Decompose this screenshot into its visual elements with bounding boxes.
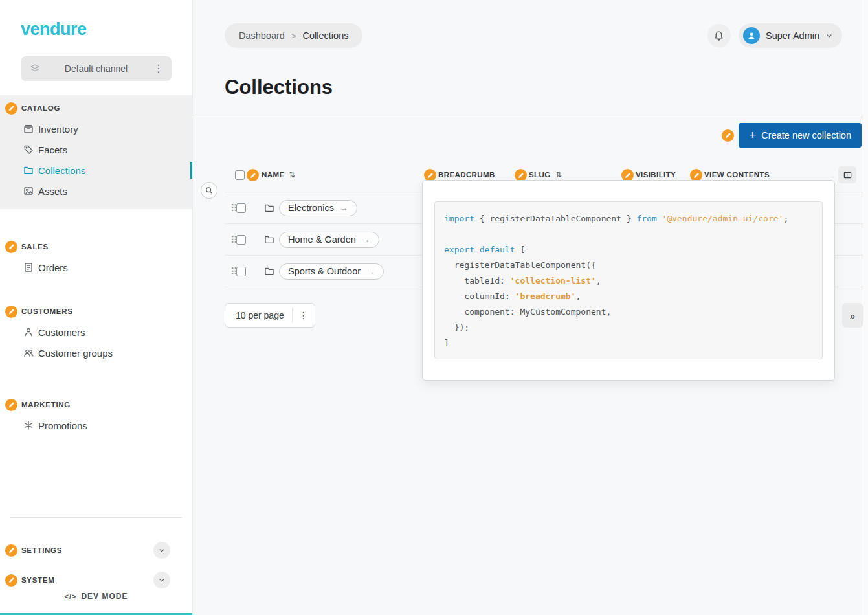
- sidebar-item-customer-groups[interactable]: Customer groups: [0, 342, 192, 363]
- nav-section-label: CATALOG: [21, 104, 60, 112]
- user-name: Super Admin: [766, 30, 819, 41]
- nav-section-label: SALES: [21, 243, 49, 251]
- sidebar-item-facets[interactable]: Facets: [0, 139, 192, 160]
- drag-handle[interactable]: ⠿: [230, 203, 236, 213]
- code-icon: </>: [65, 592, 77, 600]
- collection-link[interactable]: Home & Garden →: [279, 232, 379, 248]
- code-snippet: import { registerDataTableComponent } fr…: [434, 201, 823, 359]
- sidebar-item-label: Inventory: [38, 124, 78, 135]
- per-page-kebab-icon[interactable]: ⋮: [292, 308, 315, 322]
- topbar-right: Super Admin: [707, 23, 842, 48]
- dev-mode-popover: import { registerDataTableComponent } fr…: [422, 180, 835, 381]
- sidebar-item-collections[interactable]: Collections: [0, 160, 192, 181]
- sidebar-item-label: Promotions: [38, 420, 87, 431]
- dev-mode-marker-icon[interactable]: [5, 399, 17, 411]
- expand-settings-button[interactable]: [153, 542, 170, 559]
- nav-section-customers: CUSTOMERS Customers Customer groups: [0, 301, 192, 363]
- nav-section-header-customers: CUSTOMERS: [0, 301, 192, 322]
- sidebar-divider: [10, 517, 182, 518]
- row-checkbox[interactable]: [236, 267, 246, 276]
- per-page-select[interactable]: 10 per page ⋮: [225, 303, 315, 328]
- sidebar-item-promotions[interactable]: Promotions: [0, 415, 192, 436]
- arrow-right-icon: →: [366, 266, 375, 276]
- assets-icon: [23, 186, 34, 196]
- sidebar-item-assets[interactable]: Assets: [0, 181, 192, 201]
- folder-icon: [264, 203, 274, 213]
- expand-system-button[interactable]: [153, 572, 170, 588]
- sidebar-item-label: Orders: [38, 262, 68, 273]
- row-checkbox[interactable]: [236, 203, 246, 213]
- collection-name: Sports & Outdoor: [288, 266, 361, 276]
- sort-icon[interactable]: ⇅: [289, 170, 295, 179]
- channel-kebab-icon[interactable]: ⋮: [152, 63, 165, 74]
- collection-link[interactable]: Electronics →: [279, 200, 357, 216]
- row-checkbox[interactable]: [236, 235, 246, 245]
- scrollbar[interactable]: [863, 0, 868, 615]
- header-divider: [193, 117, 868, 117]
- dev-mode-marker-icon[interactable]: [5, 102, 17, 115]
- nav-section-label: MARKETING: [21, 401, 71, 408]
- sidebar-item-customers[interactable]: Customers: [0, 322, 192, 342]
- customer-groups-icon: [23, 348, 34, 358]
- breadcrumb-current: Collections: [303, 30, 349, 41]
- sort-icon[interactable]: ⇅: [555, 170, 562, 179]
- breadcrumb-dashboard-link[interactable]: Dashboard: [239, 30, 285, 41]
- breadcrumb-separator: >: [291, 31, 296, 41]
- channel-label: Default channel: [40, 63, 152, 74]
- layers-icon: [30, 63, 40, 74]
- collection-link[interactable]: Sports & Outdoor →: [279, 263, 384, 280]
- collection-name: Home & Garden: [288, 234, 356, 245]
- dev-mode-marker-icon[interactable]: [247, 169, 259, 181]
- dev-mode-marker-icon[interactable]: [5, 544, 17, 557]
- dev-mode-toggle[interactable]: </> DEV MODE: [0, 592, 192, 601]
- page-title: Collections: [225, 76, 868, 98]
- select-all-checkbox[interactable]: [235, 170, 245, 180]
- avatar: [743, 27, 760, 44]
- create-collection-button[interactable]: + Create new collection: [739, 123, 862, 148]
- sidebar-section-system[interactable]: SYSTEM: [0, 568, 192, 592]
- dev-mode-marker-icon[interactable]: [5, 574, 17, 587]
- sidebar-item-label: Facets: [38, 144, 67, 155]
- plus-icon: +: [749, 129, 756, 141]
- sidebar-item-label: Customers: [38, 327, 85, 338]
- facets-icon: [23, 144, 34, 155]
- user-menu-button[interactable]: Super Admin: [739, 23, 842, 48]
- app-window: vendure Default channel ⋮ CATALOG: [0, 0, 868, 615]
- dev-mode-marker-icon[interactable]: [722, 129, 734, 142]
- chevron-down-icon: [825, 32, 833, 39]
- nav-section-label: SYSTEM: [21, 576, 55, 584]
- sidebar-item-label: Customer groups: [38, 348, 113, 359]
- drag-handle[interactable]: ⠿: [230, 235, 236, 245]
- nav-section-marketing: MARKETING Promotions: [0, 394, 192, 436]
- channel-selector[interactable]: Default channel ⋮: [21, 56, 172, 81]
- main-content: Dashboard > Collections Super Admin: [193, 0, 868, 615]
- sidebar-item-orders[interactable]: Orders: [0, 257, 192, 278]
- collections-icon: [23, 165, 34, 175]
- dev-mode-marker-icon[interactable]: [5, 241, 17, 253]
- sidebar-section-settings[interactable]: SETTINGS: [0, 539, 192, 562]
- columns-icon: [843, 170, 852, 180]
- arrow-right-icon: →: [361, 234, 370, 245]
- inventory-icon: [23, 124, 34, 134]
- notifications-button[interactable]: [707, 24, 731, 47]
- collection-name: Electronics: [288, 203, 334, 213]
- sidebar: vendure Default channel ⋮ CATALOG: [0, 0, 193, 615]
- dev-mode-label: DEV MODE: [81, 592, 128, 601]
- search-button[interactable]: [201, 182, 217, 199]
- sidebar-item-label: Collections: [38, 165, 85, 176]
- sidebar-nav: CATALOG Inventory Facets: [0, 95, 192, 469]
- nav-section-sales: SALES Orders: [0, 236, 192, 278]
- create-collection-label: Create new collection: [761, 130, 851, 140]
- drag-handle[interactable]: ⠿: [230, 267, 236, 276]
- chevron-down-icon: [158, 576, 166, 584]
- next-page-button[interactable]: »: [842, 303, 863, 328]
- orders-icon: [23, 262, 34, 273]
- column-header-breadcrumb: BREADCRUMB: [438, 171, 495, 179]
- bell-icon: [713, 30, 724, 41]
- sidebar-item-inventory[interactable]: Inventory: [0, 118, 192, 139]
- column-settings-button[interactable]: [838, 166, 856, 183]
- nav-section-header-marketing: MARKETING: [0, 394, 192, 415]
- search-icon: [205, 186, 214, 195]
- vendure-logo: vendure: [21, 19, 192, 39]
- dev-mode-marker-icon[interactable]: [5, 306, 17, 318]
